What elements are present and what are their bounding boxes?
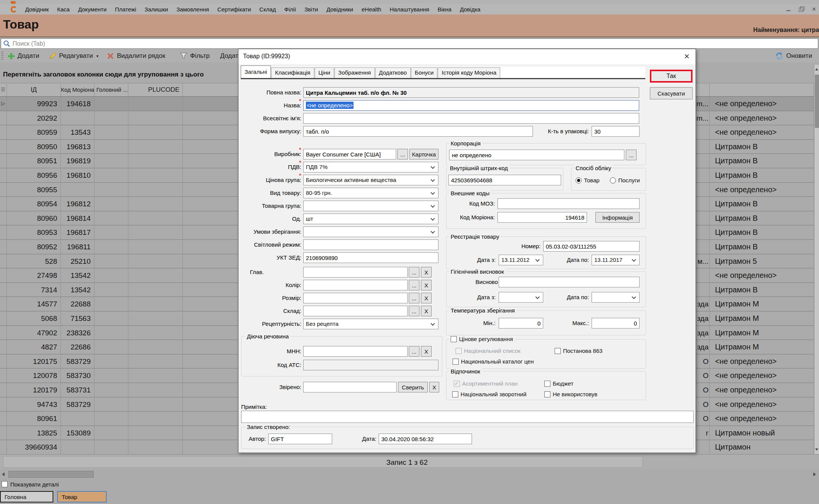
- manufacturer-card-button[interactable]: Карточка: [410, 149, 438, 159]
- national-catalog-checkbox[interactable]: [453, 359, 459, 365]
- author-field[interactable]: [268, 434, 332, 444]
- temp-max-field[interactable]: [592, 318, 640, 329]
- dialog-tab-item[interactable]: Бонуси: [411, 67, 438, 78]
- menu-item[interactable]: Залишки: [141, 6, 173, 13]
- verified-clear-button[interactable]: X: [429, 382, 439, 392]
- composition-lookup-button[interactable]: ...: [409, 306, 419, 316]
- conclusion-field[interactable]: [499, 277, 640, 287]
- dialog-tab-active[interactable]: Загальні: [241, 65, 271, 78]
- glav-clear-button[interactable]: X: [421, 267, 432, 278]
- full-name-field[interactable]: [303, 87, 639, 98]
- corporation-field[interactable]: [449, 150, 624, 160]
- ok-button[interactable]: Так: [650, 70, 693, 83]
- minimize-icon[interactable]: [786, 6, 791, 12]
- menu-item[interactable]: Налаштування: [386, 6, 433, 13]
- ukt-zed-field[interactable]: [303, 252, 438, 263]
- barcode-field[interactable]: [448, 175, 561, 185]
- scroll-up-icon[interactable]: [815, 68, 818, 70]
- release-form-field[interactable]: [303, 126, 533, 137]
- not-used-checkbox-row[interactable]: Не використовув: [544, 391, 597, 397]
- search-input[interactable]: [13, 39, 774, 48]
- reg-date-to-picker[interactable]: 13.11.2017: [592, 255, 640, 265]
- national-catalog-checkbox-row[interactable]: Национальный каталог цен: [453, 358, 534, 365]
- column-header-name[interactable]: [710, 83, 814, 96]
- reg-date-from-picker[interactable]: 13.11.2012: [499, 255, 543, 265]
- column-header-morion[interactable]: Код Моріона: [61, 83, 94, 96]
- corporation-lookup-button[interactable]: ...: [626, 150, 637, 160]
- horizontal-scroll-thumb[interactable]: [8, 471, 94, 478]
- refresh-button[interactable]: Оновити: [775, 49, 812, 62]
- edit-dropdown-caret-icon[interactable]: ▾: [96, 54, 99, 59]
- info-button[interactable]: Інформація: [595, 212, 640, 223]
- show-details-toggle[interactable]: Показувати деталі: [2, 480, 59, 488]
- price-group-combo[interactable]: Биологически активные вещества: [303, 175, 438, 185]
- dialog-close-icon[interactable]: ×: [684, 51, 689, 62]
- menu-item[interactable]: Довідник: [21, 6, 53, 13]
- accounting-services-radio[interactable]: Послуги: [610, 177, 640, 183]
- glav-field[interactable]: [303, 267, 408, 278]
- menu-item[interactable]: Довідники: [322, 6, 357, 13]
- size-clear-button[interactable]: X: [421, 293, 432, 303]
- moz-code-field[interactable]: [497, 198, 640, 209]
- glav-lookup-button[interactable]: ...: [409, 267, 419, 278]
- menu-item[interactable]: Філії: [280, 6, 300, 13]
- menu-item[interactable]: Каса: [53, 6, 74, 13]
- restore-icon[interactable]: [799, 6, 804, 12]
- name-field[interactable]: <не определено>: [303, 100, 639, 111]
- window-tab-tovar[interactable]: Товар: [57, 491, 107, 502]
- column-header-id[interactable]: ІД: [7, 83, 61, 96]
- note-field[interactable]: [241, 411, 694, 423]
- budget-checkbox-row[interactable]: Бюджет: [544, 380, 573, 387]
- storage-combo[interactable]: [303, 226, 438, 237]
- price-regulation-checkbox-row[interactable]: Цінове регулювання: [449, 336, 515, 342]
- menu-item[interactable]: Звіти: [300, 6, 322, 13]
- menu-item[interactable]: Сертифікати: [213, 6, 255, 13]
- budget-checkbox[interactable]: [544, 381, 550, 387]
- menu-item[interactable]: Платежі: [111, 6, 141, 13]
- vertical-scrollbar[interactable]: [814, 65, 819, 454]
- manufacturer-lookup-button[interactable]: ...: [397, 149, 408, 159]
- add-button[interactable]: Додати: [8, 49, 39, 62]
- filter-button[interactable]: Фільтр: [180, 49, 210, 62]
- color-field[interactable]: [303, 280, 408, 290]
- assortment-plan-checkbox-row[interactable]: Асортиментний план: [454, 380, 518, 387]
- dialog-titlebar[interactable]: Товар (ID:99923) ×: [238, 49, 696, 64]
- reg-number-field[interactable]: [543, 241, 640, 252]
- decree863-checkbox[interactable]: [555, 348, 561, 354]
- size-lookup-button[interactable]: ...: [409, 293, 419, 303]
- column-header-golovny[interactable]: Головний ...: [94, 83, 128, 96]
- scroll-down-icon[interactable]: [815, 448, 818, 451]
- pack-qty-field[interactable]: [592, 126, 640, 137]
- hyg-date-from-picker[interactable]: [499, 292, 543, 303]
- menu-item[interactable]: Склад: [255, 6, 280, 13]
- hyg-date-to-picker[interactable]: [592, 292, 640, 303]
- mnn-lookup-button[interactable]: ...: [409, 346, 419, 357]
- prescription-combo[interactable]: Без рецепта: [303, 319, 438, 329]
- menu-item[interactable]: Довідка: [456, 6, 485, 13]
- temp-min-field[interactable]: [499, 318, 543, 329]
- decree863-checkbox-row[interactable]: Постанова 863: [555, 348, 603, 354]
- mnn-clear-button[interactable]: X: [421, 346, 432, 357]
- edit-button[interactable]: Редагувати ▾: [49, 49, 98, 62]
- not-used-checkbox[interactable]: [544, 391, 550, 397]
- verify-button[interactable]: Сверить: [398, 382, 428, 392]
- scroll-left-button[interactable]: [0, 471, 8, 478]
- scroll-right-button[interactable]: [811, 471, 818, 478]
- menu-item[interactable]: Вікна: [433, 6, 456, 13]
- verified-field[interactable]: [303, 382, 397, 392]
- toolbar-grip[interactable]: [1, 51, 3, 61]
- show-details-checkbox[interactable]: [2, 481, 8, 487]
- cancel-button[interactable]: Скасувати: [650, 87, 693, 99]
- world-name-field[interactable]: [303, 113, 639, 124]
- color-lookup-button[interactable]: ...: [409, 280, 419, 290]
- menu-item[interactable]: eHealth: [357, 6, 386, 13]
- dialog-tab-item[interactable]: Класифікація: [271, 67, 314, 78]
- dialog-tab-item[interactable]: Додатково: [375, 67, 411, 78]
- assortment-plan-checkbox[interactable]: [454, 381, 460, 387]
- product-kind-combo[interactable]: 80-95 грн.: [303, 188, 438, 198]
- national-return-checkbox-row[interactable]: Національний зворотний: [452, 391, 526, 397]
- unit-combo[interactable]: шт: [303, 214, 438, 224]
- manufacturer-field[interactable]: [303, 149, 396, 159]
- dialog-tab-item[interactable]: Ціни: [315, 67, 334, 78]
- product-group-combo[interactable]: [303, 201, 438, 211]
